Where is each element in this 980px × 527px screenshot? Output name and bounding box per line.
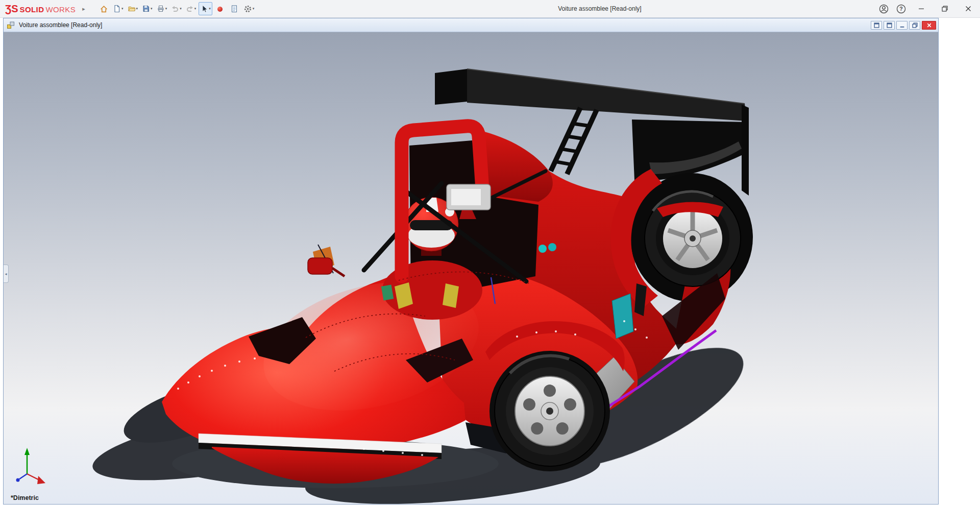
new-document-button[interactable]: ▾: [111, 2, 125, 15]
left-mirror[interactable]: [308, 258, 345, 276]
teal-side-window: [612, 294, 633, 339]
teal-light-b: [548, 243, 556, 251]
save-icon: [142, 5, 150, 13]
front-right-wheel[interactable]: [489, 351, 610, 471]
quick-access-toolbar: ▾ ▾ ▾ ▾ ▾ ▾ ▾: [97, 2, 256, 15]
dropdown-caret-icon[interactable]: ▾: [165, 7, 167, 11]
toolbar-expand-button[interactable]: ▸: [80, 6, 88, 12]
options-button[interactable]: ▾: [242, 2, 256, 15]
doc-restore-button[interactable]: [909, 21, 920, 30]
gear-icon: [243, 5, 252, 13]
print-icon: [157, 5, 165, 13]
open-folder-icon: [128, 5, 136, 13]
dropdown-caret-icon[interactable]: ▾: [136, 7, 138, 11]
help-icon: ?: [896, 4, 906, 14]
close-icon: [926, 22, 932, 28]
doc-frame-button-a[interactable]: [871, 21, 882, 30]
dropdown-caret-icon[interactable]: ▾: [180, 7, 182, 11]
print-button[interactable]: ▾: [155, 2, 169, 15]
save-button[interactable]: ▾: [140, 2, 154, 15]
scene-svg[interactable]: [4, 32, 938, 504]
dropdown-caret-icon[interactable]: ▾: [151, 7, 153, 11]
restore-icon: [941, 5, 949, 13]
doc-minimize-button[interactable]: [896, 21, 908, 30]
brand-works-text: WORKS: [45, 5, 76, 14]
svg-text:?: ?: [899, 6, 902, 12]
select-tool-button[interactable]: ▾: [199, 2, 212, 15]
doc-frame-button-b[interactable]: [884, 21, 895, 30]
brand-solid-text: SOLID: [20, 5, 44, 14]
open-button[interactable]: ▾: [126, 2, 140, 15]
close-button[interactable]: [957, 0, 980, 18]
app-title: Voiture assomblee [Read-only]: [531, 0, 669, 18]
undo-icon: [171, 5, 179, 13]
viewport-3d[interactable]: *Dimetric ◂: [4, 32, 938, 504]
home-button[interactable]: [97, 2, 110, 15]
app-titlebar: ƷS SOLIDWORKS ▸ ▾ ▾ ▾ ▾: [0, 0, 980, 18]
panel-collapse-handle[interactable]: ◂: [4, 265, 9, 283]
assembly-document-icon: [7, 20, 16, 30]
solidworks-app: ƷS SOLIDWORKS ▸ ▾ ▾ ▾ ▾: [0, 0, 980, 18]
minimize-button[interactable]: [910, 0, 933, 18]
restore-icon: [912, 22, 918, 28]
minimize-icon: [899, 22, 905, 28]
orientation-triad[interactable]: [16, 448, 46, 484]
redo-button[interactable]: ▾: [184, 2, 198, 15]
dropdown-caret-icon[interactable]: ▾: [121, 7, 124, 11]
minimize-icon: [917, 5, 925, 13]
document-titlebar[interactable]: Voiture assomblee [Read-only]: [4, 18, 938, 32]
account-button[interactable]: [875, 0, 892, 18]
solidworks-logo: ƷS SOLIDWORKS: [0, 4, 80, 14]
close-icon: [964, 5, 972, 13]
window-controls: ?: [875, 0, 980, 18]
document-title: Voiture assomblee [Read-only]: [19, 21, 102, 29]
frame-icon: [874, 22, 879, 28]
home-icon: [100, 5, 108, 13]
redo-icon: [186, 5, 194, 13]
document-window-controls: [871, 21, 936, 30]
red-dot-icon: [216, 5, 224, 13]
dropdown-caret-icon[interactable]: ▾: [194, 7, 197, 11]
doc-close-button[interactable]: [922, 21, 936, 30]
wing-supports: [551, 108, 597, 174]
ds-logo-icon: ƷS: [5, 4, 18, 14]
frame-icon: [887, 22, 892, 28]
dropdown-caret-icon[interactable]: ▾: [253, 7, 255, 11]
new-document-icon: [113, 5, 121, 13]
view-orientation-label: *Dimetric: [11, 494, 39, 501]
document-window: Voiture assomblee [Read-only]: [3, 18, 939, 505]
undo-button[interactable]: ▾: [169, 2, 183, 15]
red-dot-button[interactable]: [213, 2, 227, 15]
teal-light-a: [538, 245, 547, 253]
file-properties-icon: [230, 5, 238, 13]
dropdown-caret-icon[interactable]: ▾: [209, 7, 211, 11]
account-icon: [879, 4, 889, 14]
file-properties-button[interactable]: [228, 2, 241, 15]
select-cursor-icon: [200, 5, 208, 13]
restore-button[interactable]: [933, 0, 957, 18]
help-button[interactable]: ?: [892, 0, 910, 18]
